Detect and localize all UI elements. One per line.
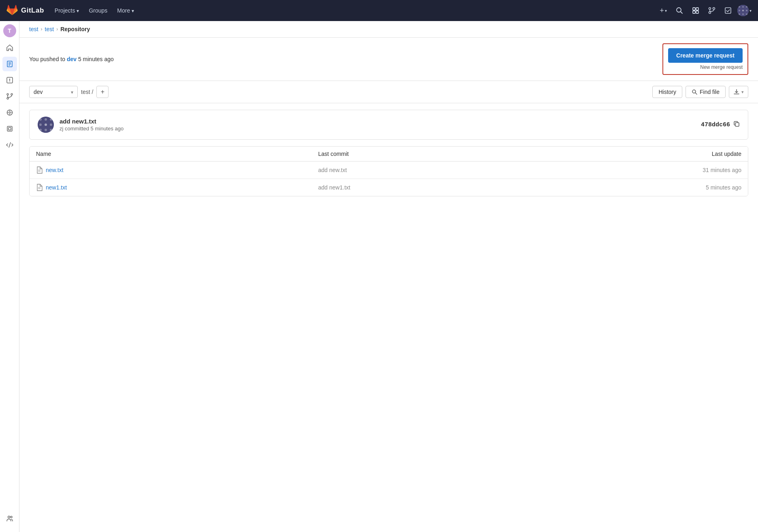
search-button[interactable] (672, 3, 687, 18)
breadcrumb-sep-2: › (56, 26, 58, 32)
svg-point-44 (39, 118, 42, 121)
todo-icon (724, 7, 732, 14)
copy-icon (733, 121, 740, 127)
svg-point-52 (50, 129, 52, 131)
push-text: You pushed to dev 5 minutes ago (29, 56, 114, 62)
nav-groups[interactable]: Groups (85, 5, 111, 16)
svg-rect-5 (696, 11, 698, 13)
download-button[interactable]: ▾ (729, 86, 748, 98)
table-row: new.txt add new.txt 31 minutes ago (30, 162, 748, 179)
svg-point-6 (709, 8, 711, 10)
create-new-button[interactable]: + ▾ (656, 3, 671, 18)
file-update-2: 5 minutes ago (600, 184, 741, 191)
search-icon (676, 7, 683, 14)
svg-point-48 (45, 123, 47, 126)
nav-more[interactable]: More (113, 5, 138, 16)
svg-point-19 (746, 13, 747, 15)
path-segment: test / (81, 89, 93, 95)
user-avatar (737, 5, 749, 16)
breadcrumb-sep-1: › (41, 26, 43, 32)
push-branch-link[interactable]: dev (67, 56, 77, 62)
merge-requests-sidebar-icon (6, 93, 13, 100)
sidebar-item-merge-requests[interactable] (2, 89, 17, 104)
file-table-header: Name Last commit Last update (30, 147, 748, 162)
svg-rect-3 (696, 8, 698, 10)
sidebar-item-home[interactable] (2, 40, 17, 55)
branch-dropdown-icon (71, 89, 73, 95)
app-layout: T (0, 21, 758, 532)
issues-icon (6, 77, 13, 84)
svg-point-50 (39, 129, 42, 131)
search-file-icon (692, 89, 697, 95)
svg-point-14 (739, 10, 740, 11)
snippets-icon (6, 141, 13, 149)
new-merge-request-link[interactable]: New merge request (700, 64, 743, 70)
committer-avatar-icon (38, 117, 54, 133)
svg-line-38 (9, 143, 11, 147)
todo-button[interactable] (721, 3, 735, 18)
user-menu-button[interactable]: ▾ (737, 3, 752, 18)
ci-cd-icon (6, 109, 13, 116)
svg-point-28 (11, 94, 13, 95)
svg-line-1 (681, 12, 683, 14)
svg-point-16 (746, 10, 747, 11)
header-last-commit: Last commit (318, 151, 600, 157)
sidebar-user-avatar[interactable]: T (3, 24, 16, 37)
branch-selector[interactable]: dev (29, 86, 78, 98)
members-icon (6, 515, 13, 522)
copy-hash-button[interactable] (733, 121, 740, 129)
svg-rect-9 (725, 8, 731, 13)
history-button[interactable]: History (652, 86, 682, 98)
add-path-button[interactable]: + (96, 86, 109, 98)
packages-icon (6, 125, 13, 132)
download-chevron-icon: ▾ (741, 89, 744, 95)
plus-icon: + (660, 6, 664, 15)
svg-point-13 (746, 6, 747, 8)
sidebar-item-ci-cd[interactable] (2, 105, 17, 120)
repo-toolbar-right: History Find file ▾ (652, 86, 748, 98)
repo-toolbar-left: dev test / + (29, 86, 109, 98)
svg-point-17 (739, 13, 740, 15)
navbar-logo[interactable]: GitLab (6, 5, 44, 16)
header-name: Name (36, 151, 318, 157)
file-name-cell-1: new.txt (36, 166, 318, 174)
file-icon (36, 184, 43, 191)
svg-rect-37 (9, 128, 11, 130)
svg-point-11 (739, 6, 740, 8)
breadcrumb-test-2[interactable]: test (45, 26, 54, 32)
sidebar-item-issues[interactable] (2, 73, 17, 87)
commit-section: add new1.txt zj committed 5 minutes ago … (19, 103, 758, 140)
svg-point-7 (713, 8, 715, 10)
download-icon (733, 89, 740, 95)
commit-avatar (38, 117, 54, 133)
find-file-button[interactable]: Find file (686, 86, 726, 98)
sidebar-item-repository[interactable] (2, 57, 17, 71)
sidebar-item-members[interactable] (2, 511, 17, 526)
svg-point-15 (742, 10, 744, 11)
create-merge-request-button[interactable]: Create merge request (668, 48, 743, 63)
file-name-2[interactable]: new1.txt (46, 184, 67, 191)
home-icon (6, 44, 13, 51)
breadcrumb-test-1[interactable]: test (29, 26, 38, 32)
sidebar: T (0, 21, 19, 532)
svg-point-12 (742, 6, 744, 8)
user-avatar-pattern-icon (737, 5, 749, 16)
command-palette-button[interactable] (688, 3, 703, 18)
file-commit-2: add new1.txt (318, 184, 600, 191)
svg-point-26 (9, 81, 10, 82)
sidebar-item-snippets[interactable] (2, 138, 17, 152)
file-table: Name Last commit Last update new.txt add… (29, 146, 748, 196)
file-name-1[interactable]: new.txt (46, 167, 64, 173)
breadcrumb-repository: Repository (60, 26, 90, 32)
commit-message: add new1.txt (60, 118, 695, 125)
projects-chevron-icon (77, 7, 79, 14)
sidebar-item-packages[interactable] (2, 121, 17, 136)
merge-requests-button[interactable] (705, 3, 719, 18)
svg-point-46 (50, 118, 52, 121)
merge-request-actions-box: Create merge request New merge request (662, 43, 748, 75)
svg-rect-36 (7, 126, 12, 131)
file-name-cell-2: new1.txt (36, 184, 318, 191)
svg-point-45 (45, 118, 47, 121)
svg-point-40 (11, 516, 12, 518)
nav-projects[interactable]: Projects (51, 5, 83, 16)
